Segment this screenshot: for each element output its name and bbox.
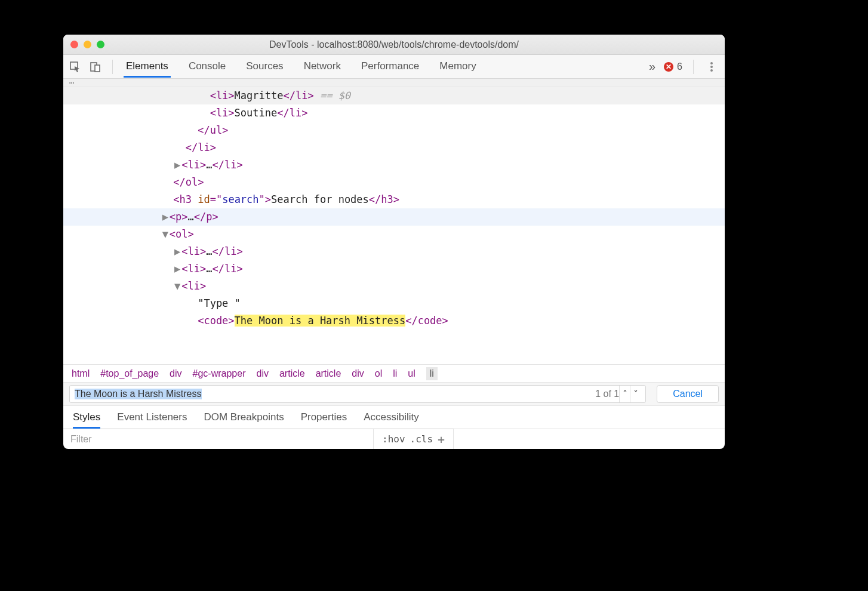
breadcrumb-item[interactable]: ul	[408, 368, 415, 379]
expand-icon[interactable]: ▶	[173, 260, 181, 278]
styles-toolbar: Filter :hov .cls +	[63, 429, 725, 449]
dom-node[interactable]: </ul>	[63, 122, 725, 139]
breadcrumb-item[interactable]: article	[316, 368, 341, 379]
tab-elements[interactable]: Elements	[124, 56, 171, 78]
main-toolbar: Elements Console Sources Network Perform…	[63, 55, 725, 79]
breadcrumb-item[interactable]: html	[72, 368, 90, 379]
close-icon[interactable]	[70, 41, 78, 48]
subtab-dom-breakpoints[interactable]: DOM Breakpoints	[204, 411, 284, 423]
tab-performance[interactable]: Performance	[359, 56, 421, 78]
error-indicator[interactable]: ✕ 6	[664, 61, 682, 72]
subtab-properties[interactable]: Properties	[301, 411, 347, 423]
tab-sources[interactable]: Sources	[244, 56, 285, 78]
window-title: DevTools - localhost:8080/web/tools/chro…	[63, 39, 725, 50]
dom-node[interactable]: "Type "	[63, 295, 725, 312]
styles-filter-input[interactable]: Filter	[63, 429, 374, 449]
next-match-icon[interactable]: ˅	[630, 386, 641, 402]
cancel-button[interactable]: Cancel	[657, 385, 719, 403]
breadcrumb: html #top_of_page div #gc-wrapper div ar…	[63, 364, 725, 382]
settings-menu-icon[interactable]	[710, 66, 713, 68]
hov-toggle[interactable]: :hov	[382, 433, 405, 445]
filter-placeholder: Filter	[70, 434, 92, 445]
new-rule-icon[interactable]: +	[438, 432, 445, 447]
inspect-icon[interactable]	[69, 61, 81, 73]
dom-node[interactable]: ▶<p>…</p>	[63, 208, 725, 226]
breadcrumb-item[interactable]: div	[257, 368, 269, 379]
dom-node[interactable]: ▶<li>…</li>	[63, 243, 725, 260]
dom-node[interactable]: ▶<li>…</li>	[63, 260, 725, 278]
device-icon[interactable]	[90, 61, 101, 73]
dom-node[interactable]: ▼<li>	[63, 278, 725, 295]
expand-icon[interactable]: ▶	[173, 243, 181, 260]
dom-node[interactable]: ▼<ol>	[63, 226, 725, 243]
subtab-styles[interactable]: Styles	[73, 406, 100, 429]
dom-node[interactable]: </ol>	[63, 174, 725, 191]
dom-tree[interactable]: <li>Magritte</li> == $0 <li>Soutine</li>…	[63, 87, 725, 364]
dom-node[interactable]: <li>Soutine</li>	[63, 104, 725, 122]
zoom-icon[interactable]	[97, 41, 104, 48]
expand-icon[interactable]: ▶	[173, 156, 181, 174]
breadcrumb-item[interactable]: li	[426, 367, 438, 380]
style-toggles: :hov .cls +	[374, 429, 454, 449]
breadcrumb-item[interactable]: div	[352, 368, 364, 379]
breadcrumb-item[interactable]: #gc-wrapper	[193, 368, 246, 379]
devtools-window: DevTools - localhost:8080/web/tools/chro…	[63, 35, 725, 449]
separator	[693, 60, 694, 74]
styles-tabs: Styles Event Listeners DOM Breakpoints P…	[63, 406, 725, 429]
tab-memory[interactable]: Memory	[437, 56, 478, 78]
subtab-accessibility[interactable]: Accessibility	[364, 411, 419, 423]
search-value: The Moon is a Harsh Mistress	[75, 389, 202, 399]
minimize-icon[interactable]	[84, 41, 91, 48]
svg-rect-2	[95, 65, 100, 72]
search-counter: 1 of 1	[595, 389, 619, 399]
collapse-icon[interactable]: ▼	[173, 278, 181, 295]
cls-toggle[interactable]: .cls	[410, 433, 433, 445]
breadcrumb-item[interactable]: div	[170, 368, 181, 379]
error-badge-icon: ✕	[664, 62, 673, 72]
tab-network[interactable]: Network	[301, 56, 343, 78]
breadcrumb-item[interactable]: #top_of_page	[100, 368, 159, 379]
breadcrumb-item[interactable]: article	[279, 368, 305, 379]
dom-node[interactable]: <code>The Moon is a Harsh Mistress</code…	[63, 312, 725, 330]
expand-icon[interactable]: ▶	[161, 208, 170, 226]
scroll-indicator: ⋯	[63, 79, 725, 87]
more-tabs-icon[interactable]: »	[649, 60, 655, 73]
titlebar: DevTools - localhost:8080/web/tools/chro…	[63, 35, 725, 55]
separator	[112, 60, 113, 74]
panel-tabs: Elements Console Sources Network Perform…	[124, 56, 479, 78]
dom-node[interactable]: <h3 id="search">Search for nodes</h3>	[63, 191, 725, 208]
search-input[interactable]: The Moon is a Harsh Mistress 1 of 1 ˄ ˅	[69, 385, 646, 403]
tab-console[interactable]: Console	[186, 56, 228, 78]
error-count: 6	[677, 61, 682, 72]
dom-node[interactable]: <li>Magritte</li> == $0	[63, 87, 725, 104]
dom-node[interactable]: ▶<li>…</li>	[63, 156, 725, 174]
breadcrumb-item[interactable]: li	[393, 368, 397, 379]
dom-node[interactable]: </li>	[63, 139, 725, 156]
subtab-event-listeners[interactable]: Event Listeners	[117, 411, 187, 423]
search-bar: The Moon is a Harsh Mistress 1 of 1 ˄ ˅ …	[63, 382, 725, 406]
breadcrumb-item[interactable]: ol	[375, 368, 382, 379]
traffic-lights	[70, 41, 104, 48]
collapse-icon[interactable]: ▼	[161, 226, 170, 243]
prev-match-icon[interactable]: ˄	[619, 386, 630, 402]
